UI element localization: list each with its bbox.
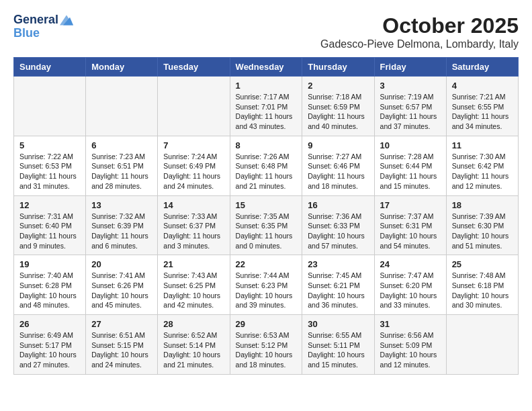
header-tuesday: Tuesday — [158, 58, 230, 77]
day-info: Sunrise: 7:45 AMSunset: 6:21 PMDaylight:… — [308, 271, 368, 310]
calendar-cell-4-2: 28Sunrise: 6:52 AMSunset: 5:14 PMDayligh… — [158, 315, 230, 375]
calendar-cell-3-1: 20Sunrise: 7:41 AMSunset: 6:26 PMDayligh… — [86, 255, 158, 315]
calendar-cell-4-6 — [446, 315, 518, 375]
calendar-cell-4-1: 27Sunrise: 6:51 AMSunset: 5:15 PMDayligh… — [86, 315, 158, 375]
day-number: 2 — [308, 81, 368, 91]
week-row-3: 12Sunrise: 7:31 AMSunset: 6:40 PMDayligh… — [14, 195, 519, 255]
day-number: 21 — [163, 259, 224, 269]
day-info: Sunrise: 7:47 AMSunset: 6:20 PMDaylight:… — [380, 271, 441, 310]
day-number: 6 — [91, 140, 152, 150]
weekday-header-row: Sunday Monday Tuesday Wednesday Thursday… — [14, 58, 519, 77]
day-number: 5 — [19, 140, 80, 150]
calendar-cell-2-4: 16Sunrise: 7:36 AMSunset: 6:33 PMDayligh… — [302, 195, 374, 255]
day-info: Sunrise: 7:24 AMSunset: 6:49 PMDaylight:… — [163, 152, 224, 191]
day-info: Sunrise: 7:22 AMSunset: 6:53 PMDaylight:… — [19, 152, 80, 191]
calendar-cell-1-6: 11Sunrise: 7:30 AMSunset: 6:42 PMDayligh… — [446, 136, 518, 195]
day-number: 26 — [19, 319, 80, 329]
calendar-cell-0-0 — [14, 77, 86, 136]
calendar-cell-2-5: 17Sunrise: 7:37 AMSunset: 6:31 PMDayligh… — [374, 195, 446, 255]
calendar-cell-2-0: 12Sunrise: 7:31 AMSunset: 6:40 PMDayligh… — [14, 195, 86, 255]
day-number: 17 — [380, 200, 441, 210]
day-info: Sunrise: 7:48 AMSunset: 6:18 PMDaylight:… — [452, 271, 513, 310]
calendar-cell-1-0: 5Sunrise: 7:22 AMSunset: 6:53 PMDaylight… — [14, 136, 86, 195]
calendar-cell-3-5: 24Sunrise: 7:47 AMSunset: 6:20 PMDayligh… — [374, 255, 446, 315]
calendar-cell-3-0: 19Sunrise: 7:40 AMSunset: 6:28 PMDayligh… — [14, 255, 86, 315]
day-info: Sunrise: 6:51 AMSunset: 5:15 PMDaylight:… — [91, 330, 152, 370]
day-info: Sunrise: 7:39 AMSunset: 6:30 PMDaylight:… — [452, 212, 513, 251]
day-info: Sunrise: 6:52 AMSunset: 5:14 PMDaylight:… — [163, 330, 224, 370]
day-number: 16 — [308, 200, 368, 210]
month-title: October 2025 — [320, 13, 519, 38]
day-number: 1 — [236, 81, 297, 91]
day-number: 24 — [380, 259, 441, 269]
calendar-cell-2-2: 14Sunrise: 7:33 AMSunset: 6:37 PMDayligh… — [158, 195, 230, 255]
calendar-cell-1-2: 7Sunrise: 7:24 AMSunset: 6:49 PMDaylight… — [158, 136, 230, 195]
calendar-cell-2-3: 15Sunrise: 7:35 AMSunset: 6:35 PMDayligh… — [230, 195, 302, 255]
day-number: 20 — [91, 259, 152, 269]
day-number: 13 — [91, 200, 152, 210]
calendar-cell-0-1 — [86, 77, 158, 136]
day-number: 18 — [452, 200, 513, 210]
logo-icon — [60, 13, 73, 27]
day-number: 7 — [163, 140, 224, 150]
calendar-table: Sunday Monday Tuesday Wednesday Thursday… — [13, 57, 519, 375]
header-sunday: Sunday — [14, 58, 86, 77]
day-info: Sunrise: 7:26 AMSunset: 6:48 PMDaylight:… — [236, 152, 297, 191]
calendar-cell-3-3: 22Sunrise: 7:44 AMSunset: 6:23 PMDayligh… — [230, 255, 302, 315]
calendar-cell-1-4: 9Sunrise: 7:27 AMSunset: 6:46 PMDaylight… — [302, 136, 374, 195]
day-number: 28 — [163, 319, 224, 329]
day-number: 4 — [452, 81, 513, 91]
day-number: 25 — [452, 259, 513, 269]
calendar-cell-1-3: 8Sunrise: 7:26 AMSunset: 6:48 PMDaylight… — [230, 136, 302, 195]
calendar-cell-0-2 — [158, 77, 230, 136]
week-row-1: 1Sunrise: 7:17 AMSunset: 7:01 PMDaylight… — [14, 77, 519, 136]
day-number: 11 — [452, 140, 513, 150]
calendar-cell-3-4: 23Sunrise: 7:45 AMSunset: 6:21 PMDayligh… — [302, 255, 374, 315]
day-number: 9 — [308, 140, 368, 150]
day-info: Sunrise: 7:41 AMSunset: 6:26 PMDaylight:… — [91, 271, 152, 310]
day-info: Sunrise: 7:21 AMSunset: 6:55 PMDaylight:… — [452, 92, 513, 132]
day-number: 10 — [380, 140, 441, 150]
day-info: Sunrise: 7:40 AMSunset: 6:28 PMDaylight:… — [19, 271, 80, 310]
day-info: Sunrise: 7:27 AMSunset: 6:46 PMDaylight:… — [308, 152, 368, 191]
week-row-4: 19Sunrise: 7:40 AMSunset: 6:28 PMDayligh… — [14, 255, 519, 315]
calendar-cell-4-5: 31Sunrise: 6:56 AMSunset: 5:09 PMDayligh… — [374, 315, 446, 375]
calendar-cell-3-6: 25Sunrise: 7:48 AMSunset: 6:18 PMDayligh… — [446, 255, 518, 315]
header-monday: Monday — [86, 58, 158, 77]
day-number: 27 — [91, 319, 152, 329]
day-info: Sunrise: 7:32 AMSunset: 6:39 PMDaylight:… — [91, 212, 152, 251]
day-info: Sunrise: 6:55 AMSunset: 5:11 PMDaylight:… — [308, 330, 368, 370]
day-info: Sunrise: 7:33 AMSunset: 6:37 PMDaylight:… — [163, 212, 224, 251]
day-number: 14 — [163, 200, 224, 210]
calendar-cell-0-3: 1Sunrise: 7:17 AMSunset: 7:01 PMDaylight… — [230, 77, 302, 136]
day-info: Sunrise: 7:36 AMSunset: 6:33 PMDaylight:… — [308, 212, 368, 251]
day-info: Sunrise: 7:18 AMSunset: 6:59 PMDaylight:… — [308, 92, 368, 132]
calendar-cell-4-4: 30Sunrise: 6:55 AMSunset: 5:11 PMDayligh… — [302, 315, 374, 375]
calendar-cell-0-4: 2Sunrise: 7:18 AMSunset: 6:59 PMDaylight… — [302, 77, 374, 136]
day-number: 29 — [236, 319, 297, 329]
calendar-cell-0-5: 3Sunrise: 7:19 AMSunset: 6:57 PMDaylight… — [374, 77, 446, 136]
day-info: Sunrise: 7:35 AMSunset: 6:35 PMDaylight:… — [236, 212, 297, 251]
day-number: 30 — [308, 319, 368, 329]
week-row-2: 5Sunrise: 7:22 AMSunset: 6:53 PMDaylight… — [14, 136, 519, 195]
day-number: 22 — [236, 259, 297, 269]
calendar-cell-4-3: 29Sunrise: 6:53 AMSunset: 5:12 PMDayligh… — [230, 315, 302, 375]
day-number: 31 — [380, 319, 441, 329]
day-info: Sunrise: 6:49 AMSunset: 5:17 PMDaylight:… — [19, 330, 80, 370]
header-friday: Friday — [374, 58, 446, 77]
header-thursday: Thursday — [302, 58, 374, 77]
day-info: Sunrise: 7:23 AMSunset: 6:51 PMDaylight:… — [91, 152, 152, 191]
calendar-cell-1-5: 10Sunrise: 7:28 AMSunset: 6:44 PMDayligh… — [374, 136, 446, 195]
day-info: Sunrise: 6:56 AMSunset: 5:09 PMDaylight:… — [380, 330, 441, 370]
calendar-cell-3-2: 21Sunrise: 7:43 AMSunset: 6:25 PMDayligh… — [158, 255, 230, 315]
day-number: 19 — [19, 259, 80, 269]
logo: General Blue — [13, 13, 73, 40]
day-info: Sunrise: 7:19 AMSunset: 6:57 PMDaylight:… — [380, 92, 441, 132]
day-number: 3 — [380, 81, 441, 91]
day-info: Sunrise: 7:28 AMSunset: 6:44 PMDaylight:… — [380, 152, 441, 191]
title-section: October 2025 Gadesco-Pieve Delmona, Lomb… — [320, 13, 519, 50]
calendar-cell-0-6: 4Sunrise: 7:21 AMSunset: 6:55 PMDaylight… — [446, 77, 518, 136]
logo-text-general: General — [13, 13, 58, 27]
day-info: Sunrise: 7:31 AMSunset: 6:40 PMDaylight:… — [19, 212, 80, 251]
day-number: 23 — [308, 259, 368, 269]
